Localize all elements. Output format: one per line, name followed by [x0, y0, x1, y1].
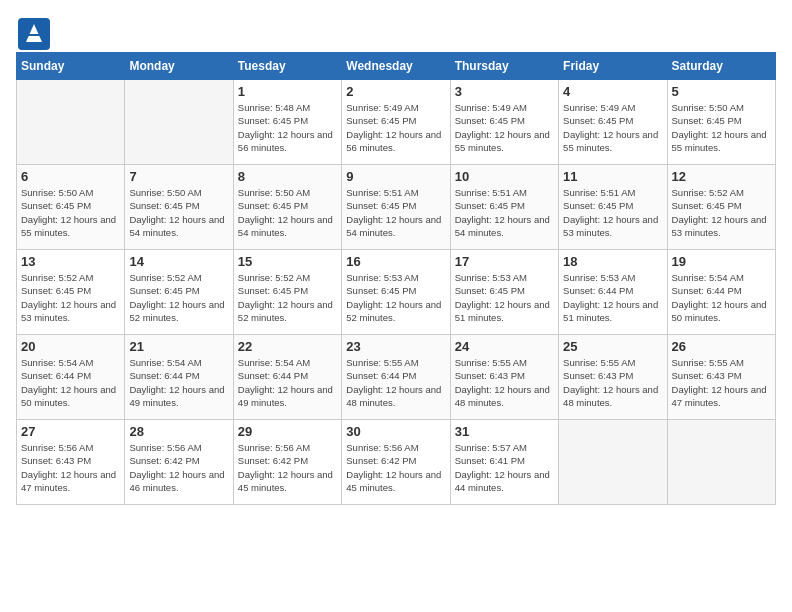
day-info: Sunrise: 5:56 AMSunset: 6:42 PMDaylight:…	[129, 441, 228, 494]
day-info: Sunrise: 5:52 AMSunset: 6:45 PMDaylight:…	[672, 186, 771, 239]
day-number: 10	[455, 169, 554, 184]
day-number: 14	[129, 254, 228, 269]
svg-rect-2	[28, 34, 40, 36]
day-number: 6	[21, 169, 120, 184]
header-sunday: Sunday	[17, 53, 125, 80]
day-number: 11	[563, 169, 662, 184]
day-info: Sunrise: 5:55 AMSunset: 6:44 PMDaylight:…	[346, 356, 445, 409]
day-info: Sunrise: 5:52 AMSunset: 6:45 PMDaylight:…	[129, 271, 228, 324]
day-info: Sunrise: 5:56 AMSunset: 6:43 PMDaylight:…	[21, 441, 120, 494]
day-info: Sunrise: 5:56 AMSunset: 6:42 PMDaylight:…	[346, 441, 445, 494]
day-info: Sunrise: 5:50 AMSunset: 6:45 PMDaylight:…	[672, 101, 771, 154]
calendar-cell: 22Sunrise: 5:54 AMSunset: 6:44 PMDayligh…	[233, 335, 341, 420]
day-info: Sunrise: 5:53 AMSunset: 6:45 PMDaylight:…	[455, 271, 554, 324]
day-number: 22	[238, 339, 337, 354]
calendar-cell: 4Sunrise: 5:49 AMSunset: 6:45 PMDaylight…	[559, 80, 667, 165]
day-number: 31	[455, 424, 554, 439]
day-info: Sunrise: 5:51 AMSunset: 6:45 PMDaylight:…	[563, 186, 662, 239]
day-number: 15	[238, 254, 337, 269]
day-info: Sunrise: 5:55 AMSunset: 6:43 PMDaylight:…	[563, 356, 662, 409]
calendar-cell: 16Sunrise: 5:53 AMSunset: 6:45 PMDayligh…	[342, 250, 450, 335]
day-info: Sunrise: 5:52 AMSunset: 6:45 PMDaylight:…	[238, 271, 337, 324]
calendar-cell	[667, 420, 775, 505]
calendar-header-row: SundayMondayTuesdayWednesdayThursdayFrid…	[17, 53, 776, 80]
day-info: Sunrise: 5:49 AMSunset: 6:45 PMDaylight:…	[563, 101, 662, 154]
calendar-cell	[559, 420, 667, 505]
calendar-week-2: 6Sunrise: 5:50 AMSunset: 6:45 PMDaylight…	[17, 165, 776, 250]
calendar-cell: 13Sunrise: 5:52 AMSunset: 6:45 PMDayligh…	[17, 250, 125, 335]
day-number: 20	[21, 339, 120, 354]
day-number: 12	[672, 169, 771, 184]
day-info: Sunrise: 5:52 AMSunset: 6:45 PMDaylight:…	[21, 271, 120, 324]
calendar-cell: 7Sunrise: 5:50 AMSunset: 6:45 PMDaylight…	[125, 165, 233, 250]
calendar-cell: 11Sunrise: 5:51 AMSunset: 6:45 PMDayligh…	[559, 165, 667, 250]
calendar-week-1: 1Sunrise: 5:48 AMSunset: 6:45 PMDaylight…	[17, 80, 776, 165]
day-number: 16	[346, 254, 445, 269]
day-number: 27	[21, 424, 120, 439]
day-number: 29	[238, 424, 337, 439]
calendar-cell: 19Sunrise: 5:54 AMSunset: 6:44 PMDayligh…	[667, 250, 775, 335]
day-info: Sunrise: 5:49 AMSunset: 6:45 PMDaylight:…	[346, 101, 445, 154]
calendar-cell: 21Sunrise: 5:54 AMSunset: 6:44 PMDayligh…	[125, 335, 233, 420]
calendar-table: SundayMondayTuesdayWednesdayThursdayFrid…	[16, 52, 776, 505]
day-number: 19	[672, 254, 771, 269]
calendar-cell: 15Sunrise: 5:52 AMSunset: 6:45 PMDayligh…	[233, 250, 341, 335]
day-info: Sunrise: 5:54 AMSunset: 6:44 PMDaylight:…	[238, 356, 337, 409]
day-info: Sunrise: 5:51 AMSunset: 6:45 PMDaylight:…	[346, 186, 445, 239]
calendar-cell: 24Sunrise: 5:55 AMSunset: 6:43 PMDayligh…	[450, 335, 558, 420]
calendar-cell: 9Sunrise: 5:51 AMSunset: 6:45 PMDaylight…	[342, 165, 450, 250]
calendar-cell: 8Sunrise: 5:50 AMSunset: 6:45 PMDaylight…	[233, 165, 341, 250]
calendar-cell: 29Sunrise: 5:56 AMSunset: 6:42 PMDayligh…	[233, 420, 341, 505]
day-info: Sunrise: 5:49 AMSunset: 6:45 PMDaylight:…	[455, 101, 554, 154]
day-number: 17	[455, 254, 554, 269]
calendar-cell: 10Sunrise: 5:51 AMSunset: 6:45 PMDayligh…	[450, 165, 558, 250]
day-info: Sunrise: 5:50 AMSunset: 6:45 PMDaylight:…	[21, 186, 120, 239]
calendar-week-5: 27Sunrise: 5:56 AMSunset: 6:43 PMDayligh…	[17, 420, 776, 505]
day-number: 7	[129, 169, 228, 184]
day-info: Sunrise: 5:57 AMSunset: 6:41 PMDaylight:…	[455, 441, 554, 494]
day-info: Sunrise: 5:54 AMSunset: 6:44 PMDaylight:…	[129, 356, 228, 409]
calendar-cell: 25Sunrise: 5:55 AMSunset: 6:43 PMDayligh…	[559, 335, 667, 420]
calendar-cell: 1Sunrise: 5:48 AMSunset: 6:45 PMDaylight…	[233, 80, 341, 165]
day-info: Sunrise: 5:56 AMSunset: 6:42 PMDaylight:…	[238, 441, 337, 494]
day-info: Sunrise: 5:50 AMSunset: 6:45 PMDaylight:…	[129, 186, 228, 239]
header-thursday: Thursday	[450, 53, 558, 80]
calendar-cell: 30Sunrise: 5:56 AMSunset: 6:42 PMDayligh…	[342, 420, 450, 505]
header-monday: Monday	[125, 53, 233, 80]
calendar-cell: 5Sunrise: 5:50 AMSunset: 6:45 PMDaylight…	[667, 80, 775, 165]
calendar-cell: 20Sunrise: 5:54 AMSunset: 6:44 PMDayligh…	[17, 335, 125, 420]
calendar-cell: 27Sunrise: 5:56 AMSunset: 6:43 PMDayligh…	[17, 420, 125, 505]
calendar-cell: 17Sunrise: 5:53 AMSunset: 6:45 PMDayligh…	[450, 250, 558, 335]
day-number: 13	[21, 254, 120, 269]
page-header	[16, 16, 776, 40]
day-number: 23	[346, 339, 445, 354]
calendar-cell: 18Sunrise: 5:53 AMSunset: 6:44 PMDayligh…	[559, 250, 667, 335]
day-number: 9	[346, 169, 445, 184]
day-number: 21	[129, 339, 228, 354]
calendar-cell: 3Sunrise: 5:49 AMSunset: 6:45 PMDaylight…	[450, 80, 558, 165]
day-number: 28	[129, 424, 228, 439]
day-number: 8	[238, 169, 337, 184]
calendar-cell: 26Sunrise: 5:55 AMSunset: 6:43 PMDayligh…	[667, 335, 775, 420]
header-tuesday: Tuesday	[233, 53, 341, 80]
calendar-week-3: 13Sunrise: 5:52 AMSunset: 6:45 PMDayligh…	[17, 250, 776, 335]
header-saturday: Saturday	[667, 53, 775, 80]
day-number: 5	[672, 84, 771, 99]
calendar-cell	[17, 80, 125, 165]
calendar-cell: 12Sunrise: 5:52 AMSunset: 6:45 PMDayligh…	[667, 165, 775, 250]
calendar-cell: 14Sunrise: 5:52 AMSunset: 6:45 PMDayligh…	[125, 250, 233, 335]
calendar-week-4: 20Sunrise: 5:54 AMSunset: 6:44 PMDayligh…	[17, 335, 776, 420]
day-info: Sunrise: 5:51 AMSunset: 6:45 PMDaylight:…	[455, 186, 554, 239]
day-info: Sunrise: 5:55 AMSunset: 6:43 PMDaylight:…	[455, 356, 554, 409]
calendar-cell: 6Sunrise: 5:50 AMSunset: 6:45 PMDaylight…	[17, 165, 125, 250]
day-number: 30	[346, 424, 445, 439]
calendar-cell: 31Sunrise: 5:57 AMSunset: 6:41 PMDayligh…	[450, 420, 558, 505]
day-info: Sunrise: 5:50 AMSunset: 6:45 PMDaylight:…	[238, 186, 337, 239]
day-info: Sunrise: 5:55 AMSunset: 6:43 PMDaylight:…	[672, 356, 771, 409]
day-info: Sunrise: 5:54 AMSunset: 6:44 PMDaylight:…	[21, 356, 120, 409]
day-number: 26	[672, 339, 771, 354]
header-friday: Friday	[559, 53, 667, 80]
logo	[16, 16, 44, 40]
day-number: 3	[455, 84, 554, 99]
day-number: 18	[563, 254, 662, 269]
